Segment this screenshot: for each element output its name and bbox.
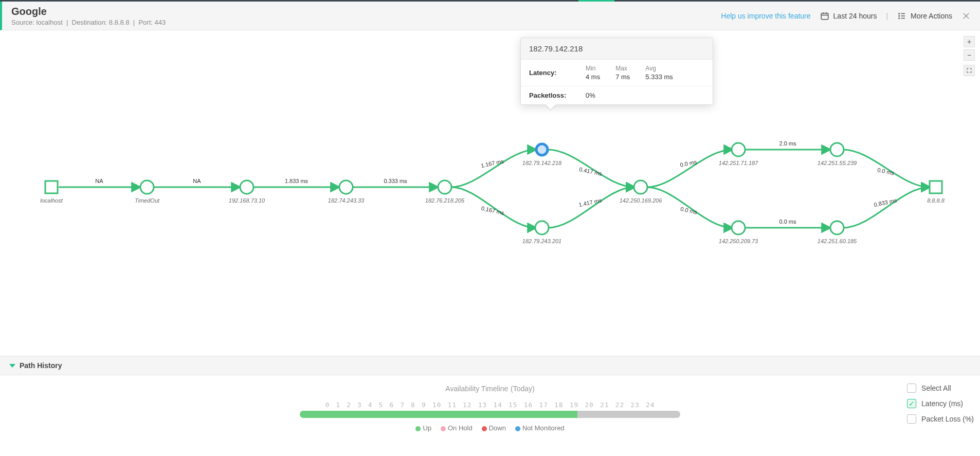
svg-point-3 xyxy=(899,17,900,19)
svg-rect-0 xyxy=(821,13,828,19)
header-subtitle: Source: localhost | Destination: 8.8.8.8… xyxy=(11,19,166,26)
edge-label: 1.833 ms xyxy=(285,178,308,184)
hop-node[interactable] xyxy=(140,180,154,194)
edge-label: 0.0 ms xyxy=(680,206,698,215)
metric-legend: Select All✓Latency (ms)Packet Loss (%) xyxy=(901,379,980,428)
edge[interactable] xyxy=(548,187,634,228)
edge-label: 2.0 ms xyxy=(779,140,796,147)
node-label: 182.79.243.201 xyxy=(522,238,561,244)
hop-node[interactable] xyxy=(339,180,353,194)
zoom-out-button[interactable]: − xyxy=(964,49,975,61)
metric-checkbox[interactable]: Packet Loss (%) xyxy=(907,414,974,424)
tooltip-ip: 182.79.142.218 xyxy=(521,38,713,60)
path-history-toggle[interactable]: Path History xyxy=(0,356,980,375)
node-label: 142.251.71.187 xyxy=(719,160,758,166)
checkbox-icon xyxy=(907,414,916,424)
path-graph-canvas[interactable]: NANA1.833 ms0.333 ms1.167 ms0.167 ms0.41… xyxy=(0,31,980,456)
node-label: 182.79.142.218 xyxy=(522,160,562,166)
edge-label: 0.833 ms xyxy=(873,197,897,208)
endpoint-node[interactable] xyxy=(45,181,58,193)
hop-node[interactable] xyxy=(830,143,844,156)
node-label: 142.250.169.206 xyxy=(620,197,662,204)
zoom-in-button[interactable]: + xyxy=(964,36,975,47)
svg-point-1 xyxy=(899,13,900,14)
node-label: 142.251.60.185 xyxy=(818,238,857,244)
edge-label: NA xyxy=(95,178,103,184)
traceroute-graph: NANA1.833 ms0.333 ms1.167 ms0.167 ms0.41… xyxy=(0,31,980,319)
more-actions-menu[interactable]: More Actions xyxy=(897,11,952,21)
node-label: TimedOut xyxy=(135,197,160,204)
edge-label: 1.417 ms xyxy=(578,197,602,208)
hop-node[interactable] xyxy=(732,143,745,156)
node-label: 182.74.243.33 xyxy=(328,197,365,204)
availability-title: Availability Timeline (Today) xyxy=(14,384,966,394)
calendar-icon xyxy=(820,11,829,21)
node-label: 192.168.73.10 xyxy=(229,197,265,204)
hop-node[interactable] xyxy=(536,144,548,155)
hop-node[interactable] xyxy=(634,180,647,194)
status-legend: UpOn HoldDownNot Monitored xyxy=(14,424,966,432)
checkbox-icon: ✓ xyxy=(907,399,916,408)
node-label: localhost xyxy=(40,197,63,204)
legend-item: Up xyxy=(415,424,431,432)
node-label: 142.251.55.239 xyxy=(818,160,857,166)
node-label: 8.8.8.8 xyxy=(927,197,945,204)
checkbox-icon xyxy=(907,384,916,393)
availability-bar[interactable] xyxy=(300,411,680,418)
page-title: Google xyxy=(11,6,166,17)
hop-node[interactable] xyxy=(438,180,451,194)
hop-node[interactable] xyxy=(535,221,549,234)
edge-label: 0.333 ms xyxy=(384,178,407,184)
hop-node[interactable] xyxy=(830,221,844,234)
help-improve-link[interactable]: Help us improve this feature xyxy=(721,12,810,20)
edge[interactable] xyxy=(451,150,536,187)
endpoint-node[interactable] xyxy=(930,181,942,193)
hop-node[interactable] xyxy=(732,221,745,234)
timerange-picker[interactable]: Last 24 hours xyxy=(820,11,877,21)
page-header: Google Source: localhost | Destination: … xyxy=(0,2,980,30)
legend-item: Down xyxy=(482,424,506,432)
menu-icon xyxy=(897,11,906,21)
node-label: 142.250.209.73 xyxy=(719,238,758,244)
legend-item: On Hold xyxy=(441,424,473,432)
edge[interactable] xyxy=(647,150,732,187)
edge-label: 0.0 ms xyxy=(680,158,698,168)
close-icon[interactable] xyxy=(961,11,971,21)
metric-checkbox[interactable]: ✓Latency (ms) xyxy=(907,399,974,408)
legend-item: Not Monitored xyxy=(515,424,565,432)
availability-bar-empty xyxy=(577,411,680,418)
node-label: 182.76.218.205 xyxy=(425,197,465,204)
hop-node[interactable] xyxy=(240,180,253,194)
timeline-hours: 0123456789101112131415161718192021222324 xyxy=(14,401,966,409)
availability-bar-up xyxy=(300,411,577,418)
edge-label: 1.167 ms xyxy=(480,158,504,169)
svg-point-2 xyxy=(899,15,900,16)
fullscreen-button[interactable] xyxy=(964,65,975,76)
path-history-section: Path History Availability Timeline (Toda… xyxy=(0,356,980,440)
edge-label: 0.0 ms xyxy=(779,218,796,225)
edge-label: 0.0 ms xyxy=(877,167,895,176)
edge[interactable] xyxy=(843,187,930,228)
node-tooltip: 182.79.142.218 Latency: Min4 ms Max7 ms … xyxy=(520,38,713,105)
edge-label: NA xyxy=(193,178,201,184)
metric-checkbox[interactable]: Select All xyxy=(907,384,974,393)
collapse-icon xyxy=(9,364,15,368)
